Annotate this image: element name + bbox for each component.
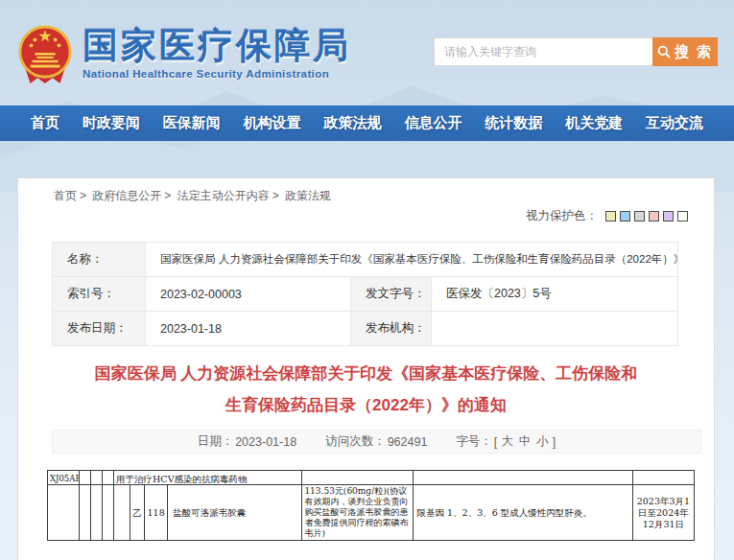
breadcrumb-separator: >: [80, 189, 86, 202]
search-box: [434, 37, 652, 66]
drug-restriction-cell: 限基因 1、2、3、6 型成人慢性丙型肝炎。: [413, 485, 632, 541]
breadcrumb-separator: >: [272, 189, 279, 202]
drug-price-note-cell: 113.53元(60mg/粒)(协议有效期内，谈判企业负责向购买盐酸可洛派韦胶囊…: [302, 485, 413, 541]
nav-item-party-building[interactable]: 机关党建: [565, 114, 623, 132]
drug-number-cell: 118: [145, 485, 168, 541]
article-visits-label: 访问次数：: [325, 433, 386, 450]
eye-protection-colors: 视力保护色：: [526, 208, 688, 224]
site-name: 国家医疗保障局: [83, 27, 351, 65]
search-button[interactable]: 搜 索: [652, 37, 718, 66]
article-date: 日期：2023-01-18: [198, 433, 296, 450]
nav-item-medical-insurance-news[interactable]: 医保新闻: [163, 114, 221, 132]
article-info-bar: 日期：2023-01-18 访问次数：962491 字号：[大中小]: [52, 430, 701, 454]
site-branding[interactable]: 国家医疗保障局 National Healthcare Security Adm…: [17, 21, 351, 88]
color-swatch-gray[interactable]: [634, 211, 645, 222]
empty-cell: [103, 471, 114, 485]
font-size-bracket: ]: [553, 435, 556, 449]
article-visits: 访问次数：962491: [325, 433, 427, 450]
article-date-value: 2023-01-18: [235, 435, 296, 449]
color-swatch-pink[interactable]: [649, 211, 659, 222]
drug-category-cell: 用于治疗HCV感染的抗病毒药物: [114, 471, 302, 485]
font-size-small[interactable]: 小: [536, 433, 549, 450]
main-navigation: 首页 时政要闻 医保新闻 机构设置 政策法规 信息公开 统计数据 机关党建 互动…: [0, 105, 734, 141]
table-row-drug: 乙 118 盐酸可洛派韦胶囊 113.53元(60mg/粒)(协议有效期内，谈判…: [48, 485, 695, 541]
empty-cell: [91, 485, 103, 541]
meta-value-name: 国家医保局 人力资源社会保障部关于印发《国家基本医疗保险、工伤保险和生育保险药品…: [146, 243, 678, 277]
font-size-large[interactable]: 大: [501, 433, 513, 450]
breadcrumb-home[interactable]: 首页: [54, 189, 77, 202]
color-swatch-white[interactable]: [677, 211, 688, 222]
national-emblem-icon: [17, 21, 73, 88]
meta-label-index: 索引号：: [53, 277, 146, 312]
nav-item-organization[interactable]: 机构设置: [244, 114, 301, 132]
meta-label-name: 名称：: [53, 243, 146, 277]
nav-item-current-politics[interactable]: 时政要闻: [83, 114, 140, 132]
article-visits-value: 962491: [388, 435, 428, 449]
drug-period-cell: 2023年3月1日至2024年12月31日: [632, 485, 694, 541]
breadcrumb: 首页> 政府信息公开> 法定主动公开内容> 政策法规: [54, 188, 331, 204]
article-title-line1: 国家医保局 人力资源社会保障部关于印发《国家基本医疗保险、工伤保险和: [18, 358, 714, 389]
drug-class-cell: 乙: [130, 485, 145, 541]
article-title-line2: 生育保险药品目录（2022年）》的通知: [18, 389, 714, 421]
meta-row-index: 索引号： 2023-02-00003 发文字号： 医保发〔2023〕5号: [53, 277, 678, 312]
table-row-category: XJ05AP 用于治疗HCV感染的抗病毒药物: [48, 471, 695, 485]
drug-name-cell: 盐酸可洛派韦胶囊: [168, 485, 302, 541]
meta-value-pubdate: 2023-01-18: [146, 312, 351, 346]
atc-code-cell: XJ05AP: [48, 471, 80, 485]
empty-cell: [91, 471, 103, 485]
search-input[interactable]: [435, 38, 652, 65]
article-date-label: 日期：: [198, 433, 234, 450]
color-swatch-purple[interactable]: [663, 211, 674, 222]
nav-item-policies[interactable]: 政策法规: [324, 114, 382, 132]
drug-catalog-table: XJ05AP 用于治疗HCV感染的抗病毒药物 乙 118 盐酸可洛派韦胶囊 11…: [47, 470, 695, 541]
nav-item-home[interactable]: 首页: [31, 114, 59, 132]
color-swatch-yellow[interactable]: [605, 211, 616, 222]
font-size-label: 字号：: [456, 433, 492, 450]
font-size-medium[interactable]: 中: [519, 433, 532, 450]
eye-protection-label: 视力保护色：: [526, 208, 598, 224]
empty-cell: [302, 471, 413, 485]
meta-row-name: 名称： 国家医保局 人力资源社会保障部关于印发《国家基本医疗保险、工伤保险和生育…: [53, 243, 678, 277]
meta-label-docno: 发文字号：: [351, 277, 432, 312]
meta-label-pubdate: 发布日期：: [53, 312, 146, 346]
empty-cell: [114, 485, 130, 541]
search-button-label: 搜 索: [675, 43, 713, 61]
breadcrumb-current-page: 政策法规: [285, 189, 331, 202]
nav-item-interaction[interactable]: 互动交流: [646, 114, 703, 132]
site-header: 国家医疗保障局 National Healthcare Security Adm…: [0, 0, 734, 105]
empty-cell: [48, 485, 80, 541]
breadcrumb-disclosure-content[interactable]: 法定主动公开内容: [178, 189, 270, 202]
meta-row-pubdate: 发布日期： 2023-01-18 发布机构：: [53, 312, 678, 346]
nav-item-statistics[interactable]: 统计数据: [485, 114, 542, 132]
font-size-bracket: [: [494, 435, 497, 449]
article-title: 国家医保局 人力资源社会保障部关于印发《国家基本医疗保险、工伤保险和 生育保险药…: [18, 358, 714, 421]
color-swatch-blue[interactable]: [620, 211, 630, 222]
site-name-english: National Healthcare Security Administrat…: [83, 68, 351, 80]
meta-value-org: [432, 312, 678, 346]
meta-label-org: 发布机构：: [351, 312, 432, 346]
meta-value-index: 2023-02-00003: [146, 277, 351, 312]
empty-cell: [80, 471, 91, 485]
breadcrumb-separator: >: [164, 189, 171, 202]
nav-item-information-disclosure[interactable]: 信息公开: [404, 114, 462, 132]
search-icon: [657, 45, 671, 58]
empty-cell: [632, 471, 694, 485]
meta-value-docno: 医保发〔2023〕5号: [432, 277, 678, 312]
content-panel: 首页> 政府信息公开> 法定主动公开内容> 政策法规 视力保护色： 名称： 国家…: [17, 177, 715, 560]
empty-cell: [80, 485, 91, 541]
empty-cell: [413, 471, 632, 485]
site-titles: 国家医疗保障局 National Healthcare Security Adm…: [83, 21, 351, 80]
empty-cell: [103, 485, 114, 541]
breadcrumb-gov-info[interactable]: 政府信息公开: [92, 189, 161, 202]
font-size-control: 字号：[大中小]: [456, 433, 556, 450]
document-meta-table: 名称： 国家医保局 人力资源社会保障部关于印发《国家基本医疗保险、工伤保险和生育…: [52, 242, 678, 346]
